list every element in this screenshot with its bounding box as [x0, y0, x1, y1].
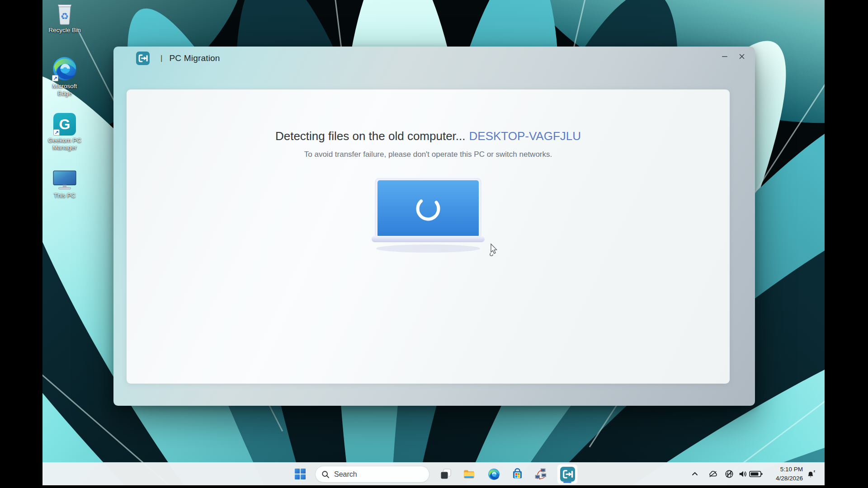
desktop-icon-this-pc[interactable]: This PC [46, 170, 83, 199]
edge-taskbar-button[interactable] [485, 465, 502, 483]
migration-tool-button[interactable] [532, 465, 549, 483]
status-warning: To avoid transfer failure, please don't … [127, 150, 730, 159]
screen: ♻ Recycle Bin [0, 0, 868, 488]
desktop-icon-label: Microsoft Edge [46, 83, 83, 97]
window-titlebar[interactable]: | PC Migration [113, 47, 755, 70]
edge-icon: ↗ [52, 56, 77, 81]
pc-migration-app-icon [136, 52, 150, 65]
cloud-offline-icon[interactable] [706, 467, 720, 481]
dnd-z-glyph: z [813, 469, 815, 473]
search-placeholder: Search [334, 470, 357, 479]
status-heading: Detecting files on the old computer...DE… [127, 129, 730, 143]
pc-migration-icon [560, 467, 575, 482]
running-app-indicator [563, 482, 571, 483]
pc-migration-taskbar-button[interactable] [557, 464, 578, 484]
desktop-icon-label: This PC [54, 192, 75, 199]
geekom-monogram: G [59, 116, 71, 133]
window-title: PC Migration [169, 53, 220, 63]
taskbar: Search [42, 462, 825, 485]
desktop-icon-geekom-pc-manager[interactable]: G ↗ Geekom PC Manager [46, 113, 83, 151]
file-explorer-button[interactable] [460, 465, 477, 483]
clock[interactable]: 5:10 PM 4/28/2026 [760, 465, 803, 484]
pc-migration-window: | PC Migration Detecting fi [113, 47, 755, 406]
desktop-icon-microsoft-edge[interactable]: ↗ Microsoft Edge [46, 56, 83, 97]
search-input[interactable]: Search [315, 466, 429, 483]
recycle-bin-icon: ♻ [54, 2, 75, 25]
tray-date: 4/28/2026 [760, 474, 803, 483]
no-internet-globe-icon[interactable] [722, 467, 736, 481]
search-icon [321, 470, 330, 479]
tray-chevron-up-icon[interactable] [688, 467, 702, 481]
close-button[interactable] [733, 48, 750, 65]
shortcut-arrow-icon: ↗ [52, 75, 58, 81]
remote-computer-name[interactable]: DESKTOP-VAGFJLU [469, 129, 581, 143]
recycle-symbol: ♻ [61, 11, 69, 21]
desktop-icon-recycle-bin[interactable]: ♻ Recycle Bin [46, 2, 83, 34]
this-pc-icon [52, 170, 77, 191]
busy-cursor-icon [488, 243, 500, 257]
task-view-button[interactable] [437, 465, 454, 483]
desktop-icon-label: Recycle Bin [48, 27, 80, 34]
title-separator: | [160, 54, 162, 63]
minimize-button[interactable] [716, 48, 733, 65]
tray-time: 5:10 PM [760, 465, 803, 474]
shortcut-arrow-icon: ↗ [53, 129, 60, 136]
start-button[interactable] [292, 465, 309, 483]
status-text: Detecting files on the old computer... [275, 129, 466, 143]
notification-bell-dnd-icon[interactable]: z [804, 467, 817, 481]
desktop: ♻ Recycle Bin [42, 0, 825, 485]
laptop-illustration [369, 178, 487, 259]
desktop-icon-label: Geekom PC Manager [46, 137, 83, 151]
geekom-icon: G ↗ [53, 113, 76, 136]
migration-content-panel: Detecting files on the old computer...DE… [127, 89, 730, 384]
microsoft-store-button[interactable] [509, 465, 526, 483]
